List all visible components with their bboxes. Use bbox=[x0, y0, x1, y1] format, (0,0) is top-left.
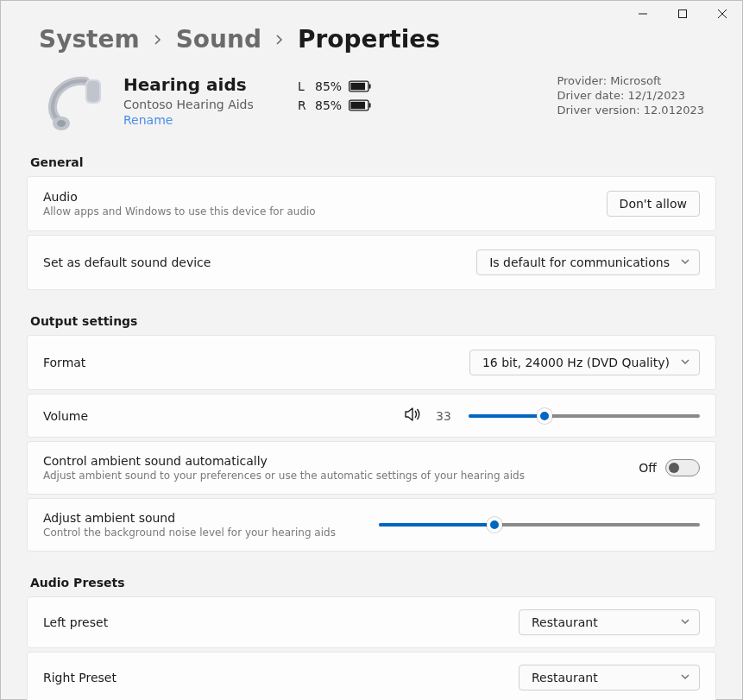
volume-title: Volume bbox=[43, 409, 88, 423]
right-preset-title: Right Preset bbox=[43, 671, 505, 684]
breadcrumb-system[interactable]: System bbox=[39, 25, 140, 54]
battery-left-label: L bbox=[298, 79, 308, 93]
device-title: Hearing aids bbox=[123, 74, 279, 96]
breadcrumb-properties: Properties bbox=[298, 25, 440, 54]
device-header: Hearing aids Contoso Hearing Aids Rename… bbox=[1, 59, 742, 142]
right-preset-dropdown[interactable]: Restaurant bbox=[519, 665, 700, 691]
battery-left: L 85% bbox=[298, 79, 371, 93]
svg-rect-13 bbox=[350, 102, 365, 109]
breadcrumb-sound[interactable]: Sound bbox=[176, 25, 261, 54]
svg-rect-9 bbox=[369, 84, 371, 89]
section-general-label: General bbox=[1, 142, 742, 176]
left-preset-title: Left preset bbox=[43, 615, 505, 629]
svg-rect-12 bbox=[369, 103, 371, 108]
hearing-aid-icon bbox=[35, 74, 111, 133]
volume-slider-thumb[interactable] bbox=[537, 408, 552, 424]
battery-icon bbox=[349, 99, 371, 111]
card-left-preset: Left preset Restaurant bbox=[27, 596, 716, 648]
dont-allow-button[interactable]: Don't allow bbox=[607, 191, 700, 217]
format-title: Format bbox=[43, 356, 456, 369]
rename-link[interactable]: Rename bbox=[123, 113, 279, 127]
battery-right-label: R bbox=[298, 98, 308, 112]
left-preset-value: Restaurant bbox=[532, 615, 598, 629]
ambient-slider-fill bbox=[379, 523, 494, 527]
chevron-down-icon bbox=[680, 255, 690, 269]
svg-rect-7 bbox=[87, 81, 99, 102]
ambient-adjust-desc: Control the background noise level for y… bbox=[43, 527, 365, 539]
card-ambient-auto: Control ambient sound automatically Adju… bbox=[27, 441, 716, 495]
default-device-value: Is default for communications bbox=[489, 255, 670, 269]
chevron-right-icon bbox=[272, 35, 287, 45]
default-device-dropdown[interactable]: Is default for communications bbox=[476, 249, 700, 275]
device-subtitle: Contoso Hearing Aids bbox=[123, 98, 279, 111]
ambient-auto-desc: Adjust ambient sound to your preferences… bbox=[43, 470, 625, 482]
svg-rect-1 bbox=[679, 10, 687, 18]
driver-version: Driver version: 12.012023 bbox=[557, 104, 704, 117]
card-format: Format 16 bit, 24000 Hz (DVD Quality) bbox=[27, 335, 716, 390]
toggle-knob bbox=[669, 463, 679, 473]
chevron-down-icon bbox=[680, 615, 690, 629]
format-dropdown[interactable]: 16 bit, 24000 Hz (DVD Quality) bbox=[469, 350, 700, 375]
right-preset-value: Restaurant bbox=[532, 671, 598, 684]
driver-info: Provider: Microsoft Driver date: 12/1/20… bbox=[557, 74, 704, 117]
volume-slider-fill bbox=[469, 414, 545, 418]
card-audio: Audio Allow apps and Windows to use this… bbox=[27, 176, 716, 231]
speaker-icon[interactable] bbox=[405, 407, 422, 425]
chevron-right-icon bbox=[150, 35, 166, 45]
audio-desc: Allow apps and Windows to use this devic… bbox=[43, 205, 593, 218]
driver-date: Driver date: 12/1/2023 bbox=[557, 89, 704, 102]
svg-rect-10 bbox=[350, 83, 365, 90]
card-default-device: Set as default sound device Is default f… bbox=[27, 235, 716, 290]
battery-icon bbox=[349, 80, 371, 92]
section-output-label: Output settings bbox=[1, 290, 742, 335]
battery-status: L 85% R 85% bbox=[291, 79, 371, 112]
audio-title: Audio bbox=[43, 190, 593, 204]
settings-window: System Sound Properties Hearing aids Con… bbox=[0, 0, 743, 700]
card-volume: Volume 33 bbox=[27, 394, 716, 438]
card-right-preset: Right Preset Restaurant bbox=[27, 652, 716, 700]
battery-left-percent: 85% bbox=[315, 79, 342, 93]
ambient-adjust-title: Adjust ambient sound bbox=[43, 511, 365, 525]
section-presets-label: Audio Presets bbox=[1, 552, 742, 596]
ambient-auto-state: Off bbox=[639, 461, 657, 475]
format-value: 16 bit, 24000 Hz (DVD Quality) bbox=[482, 356, 670, 369]
ambient-auto-title: Control ambient sound automatically bbox=[43, 454, 625, 468]
svg-point-5 bbox=[57, 120, 66, 127]
ambient-slider[interactable] bbox=[379, 523, 701, 527]
ambient-slider-thumb[interactable] bbox=[487, 517, 502, 533]
window-close-button[interactable] bbox=[702, 1, 742, 27]
chevron-down-icon bbox=[680, 671, 690, 684]
driver-provider: Provider: Microsoft bbox=[557, 74, 704, 87]
device-meta: Hearing aids Contoso Hearing Aids Rename bbox=[123, 74, 279, 127]
window-titlebar bbox=[1, 1, 742, 27]
volume-slider[interactable] bbox=[469, 414, 700, 418]
window-maximize-button[interactable] bbox=[663, 1, 702, 27]
battery-right: R 85% bbox=[298, 98, 371, 112]
volume-value: 33 bbox=[436, 409, 455, 423]
chevron-down-icon bbox=[680, 356, 690, 369]
left-preset-dropdown[interactable]: Restaurant bbox=[519, 609, 700, 635]
battery-right-percent: 85% bbox=[315, 98, 342, 112]
breadcrumb: System Sound Properties bbox=[1, 25, 742, 59]
default-device-title: Set as default sound device bbox=[43, 255, 463, 269]
window-minimize-button[interactable] bbox=[623, 1, 663, 27]
ambient-auto-toggle[interactable] bbox=[665, 459, 700, 476]
card-ambient-adjust: Adjust ambient sound Control the backgro… bbox=[27, 498, 716, 552]
